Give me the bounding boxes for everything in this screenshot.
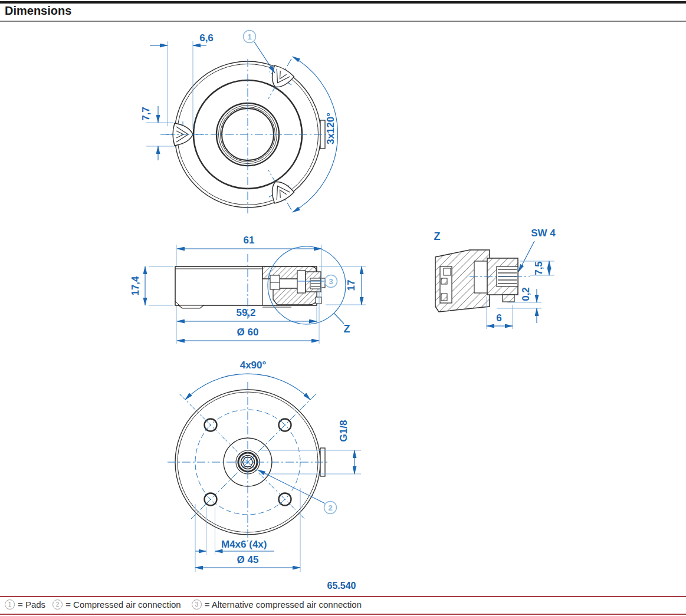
side-view: Z 61 17,4 17 59,2 Ø 60	[130, 235, 366, 344]
top-view: 6,6 7,7 3x120° 1	[140, 31, 338, 217]
dim-port-thread: G1/8	[338, 420, 349, 442]
callout-number-pads: 1	[247, 32, 251, 41]
pad-top-right	[257, 164, 303, 217]
dim-hole-pattern: 4x90°	[240, 360, 267, 371]
legend-text-pads: = Pads	[18, 599, 45, 610]
dim-plug-width: 6	[496, 312, 501, 324]
bottom-view: 4x90° G1/8 2 M4x6 (4x) Ø 45	[168, 360, 361, 572]
legend-item-air: 2 = Compressed air connection	[52, 599, 181, 610]
dim-clearance: 0,2	[520, 287, 531, 301]
legend-symbol-pads: 1	[5, 599, 15, 610]
dim-length-body: 59,2	[236, 307, 255, 318]
dim-wrench-size: SW 4	[531, 228, 556, 239]
legend-bottom-rule	[0, 614, 686, 615]
dim-pad-offset: 6,6	[199, 32, 214, 44]
dim-pad-pattern: 3x120°	[325, 113, 336, 144]
callout-number-air: 2	[328, 503, 332, 512]
dim-height-right: 17	[346, 280, 357, 291]
dim-pad-width: 7,7	[140, 107, 152, 121]
legend-top-rule	[0, 596, 686, 597]
detail-z-view: Z SW 4 7,5	[434, 228, 556, 329]
dim-mount-holes: M4x6 (4x)	[221, 539, 267, 550]
legend: 1 = Pads 2 = Compressed air connection 3…	[5, 599, 362, 610]
dim-height-body: 17,4	[130, 276, 141, 296]
legend-symbol-alt-air: 3	[192, 599, 202, 610]
detail-marker-label: Z	[344, 323, 350, 335]
technical-drawing: 6,6 7,7 3x120° 1	[0, 0, 686, 616]
legend-text-air: = Compressed air connection	[65, 599, 181, 610]
pad-bottom-right	[257, 52, 303, 106]
detail-z-label: Z	[434, 230, 441, 242]
datasheet-dimensions-page: Dimensions	[0, 0, 686, 616]
legend-symbol-air: 2	[52, 599, 63, 610]
dim-diameter: Ø 60	[237, 327, 259, 338]
figure-number: 65.540	[327, 581, 356, 591]
pad-foot	[179, 305, 203, 308]
legend-item-alt-air: 3 = Alternative compressed air connectio…	[192, 599, 362, 610]
legend-item-pads: 1 = Pads	[5, 599, 45, 610]
legend-text-alt-air: = Alternative compressed air connection	[205, 599, 362, 610]
dim-bolt-circle: Ø 45	[237, 554, 259, 565]
dim-total-length: 61	[244, 235, 255, 246]
callout-number-alt-air: 3	[329, 277, 333, 286]
dim-socket-depth: 7,5	[533, 261, 544, 275]
